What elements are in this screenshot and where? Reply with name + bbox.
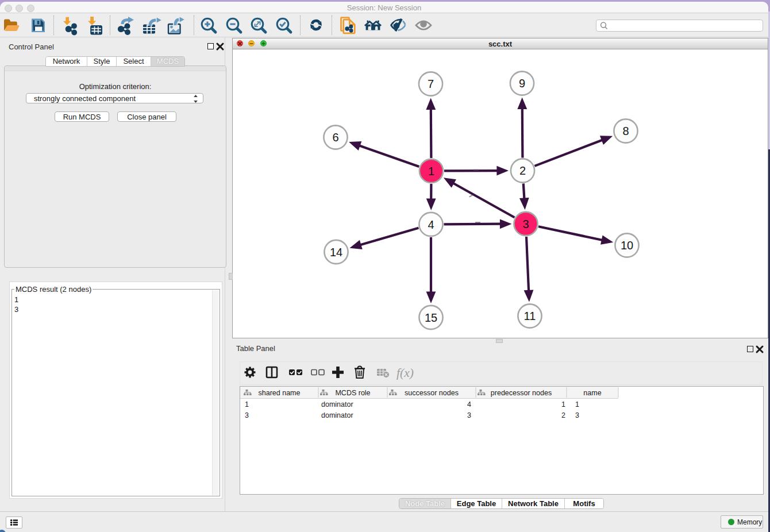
svg-text:1: 1 xyxy=(428,165,434,178)
svg-text:dominator: dominator xyxy=(321,411,353,419)
svg-text:1: 1 xyxy=(561,400,565,408)
svg-text:14: 14 xyxy=(330,246,342,259)
svg-text:10: 10 xyxy=(621,239,633,252)
svg-text:f(x): f(x) xyxy=(396,366,414,380)
svg-text:3: 3 xyxy=(245,411,249,419)
svg-text:7: 7 xyxy=(428,78,434,90)
svg-text:2: 2 xyxy=(519,164,526,177)
svg-text:3: 3 xyxy=(575,411,579,419)
svg-text:predecessor nodes: predecessor nodes xyxy=(491,389,552,397)
svg-text:8: 8 xyxy=(622,125,629,137)
svg-text:11: 11 xyxy=(524,310,536,322)
svg-text:4: 4 xyxy=(428,218,434,231)
svg-text:1: 1 xyxy=(245,400,249,408)
svg-text:2: 2 xyxy=(561,411,565,419)
svg-text:1: 1 xyxy=(575,400,579,408)
svg-text:successor nodes: successor nodes xyxy=(405,389,459,397)
svg-text:shared name: shared name xyxy=(259,389,301,397)
svg-text:dominator: dominator xyxy=(321,400,353,408)
svg-text:4: 4 xyxy=(467,400,471,408)
svg-text:9: 9 xyxy=(519,77,525,90)
svg-text:name: name xyxy=(583,389,601,397)
svg-text:MCDS role: MCDS role xyxy=(335,389,370,397)
svg-text:15: 15 xyxy=(425,311,437,324)
svg-text:3: 3 xyxy=(467,411,471,419)
svg-text:3: 3 xyxy=(522,218,529,230)
svg-text:6: 6 xyxy=(332,131,338,144)
